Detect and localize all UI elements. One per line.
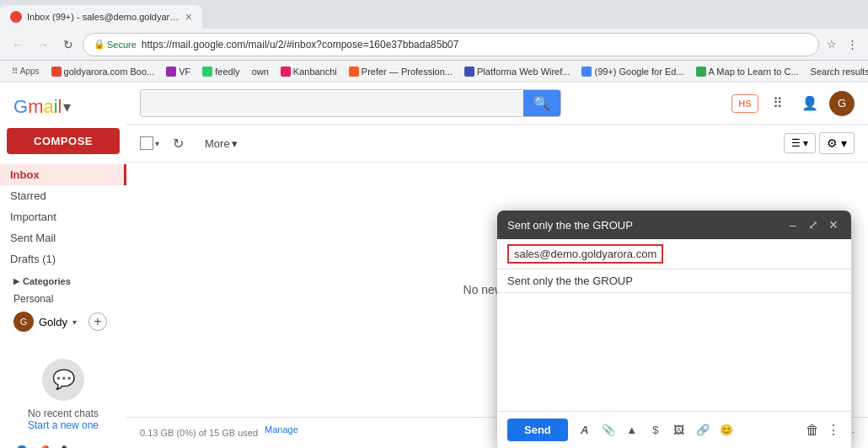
- gmail-logo: Gmail ▾: [0, 89, 126, 128]
- settings-button[interactable]: ⚙ ▾: [819, 132, 855, 154]
- search-bar[interactable]: 🔍: [140, 89, 561, 117]
- compose-minimize-button[interactable]: –: [785, 217, 801, 232]
- send-button[interactable]: Send: [507, 419, 568, 441]
- layout-dropdown-icon: ▾: [803, 137, 808, 149]
- sidebar-item-starred[interactable]: Starred: [0, 185, 126, 206]
- chat-icon: 💬: [42, 359, 84, 401]
- insert-money-button[interactable]: $: [646, 420, 666, 440]
- start-new-chat-link[interactable]: Start a new one: [28, 419, 99, 431]
- contacts-icon[interactable]: 👤: [13, 445, 30, 448]
- settings-dropdown-icon: ▾: [841, 136, 847, 150]
- sidebar-item-drafts[interactable]: Drafts (1): [0, 248, 126, 269]
- phone-icon[interactable]: 📞: [61, 445, 78, 448]
- compose-footer: Send A 📎 ▲ $ 🖼 🔗 😊 🗑 ⋮: [497, 411, 851, 448]
- tab-favicon: [10, 11, 22, 23]
- bookmark-prefer[interactable]: Prefer — Profession...: [344, 65, 458, 78]
- tab-title: Inbox (99+) - sales@demo.goldyarora.c...: [27, 12, 180, 22]
- insert-drive-button[interactable]: ▲: [622, 420, 642, 440]
- compose-button[interactable]: COMPOSE: [7, 128, 120, 154]
- bookmark-goldyarora[interactable]: goldyarora.com Boo...: [46, 65, 160, 78]
- bookmark-vf[interactable]: VF: [161, 65, 196, 78]
- sidebar-item-inbox[interactable]: Inbox: [0, 164, 126, 185]
- bookmark-apps[interactable]: ⠿ Apps: [7, 65, 45, 77]
- compose-header[interactable]: Sent only the the GROUP – ⤢ ×: [497, 211, 851, 239]
- active-tab[interactable]: Inbox (99+) - sales@demo.goldyarora.c...…: [0, 5, 202, 29]
- compose-delete-button[interactable]: 🗑: [806, 423, 819, 438]
- bookmark-map[interactable]: A Map to Learn to C...: [691, 65, 804, 78]
- hubspot-icon[interactable]: HS: [731, 94, 758, 113]
- compose-body[interactable]: [497, 293, 851, 411]
- sidebar-item-important[interactable]: Important: [0, 206, 126, 227]
- sidebar: Gmail ▾ COMPOSE Inbox Starred Important …: [0, 83, 126, 448]
- back-button[interactable]: ←: [7, 34, 29, 56]
- compose-subject-field[interactable]: Sent only the the GROUP: [497, 269, 851, 293]
- bookmark-google-ed[interactable]: (99+) Google for Ed...: [576, 65, 689, 78]
- more-label: More: [205, 137, 230, 150]
- refresh-button[interactable]: ↻: [166, 131, 190, 155]
- account-avatar: G: [13, 312, 34, 332]
- starred-label: Starred: [10, 189, 46, 202]
- address-bar[interactable]: 🔒 Secure https://mail.google.com/mail/u/…: [83, 33, 819, 56]
- sidebar-item-sent[interactable]: Sent Mail: [0, 227, 126, 248]
- settings-icon: ⚙: [827, 136, 838, 150]
- user-avatar[interactable]: G: [829, 91, 855, 116]
- secure-badge: 🔒 Secure: [94, 39, 137, 50]
- gmail-dropdown-icon[interactable]: ▾: [63, 98, 71, 116]
- sidebar-personal-label: Personal: [0, 290, 126, 308]
- forward-button[interactable]: →: [32, 34, 54, 56]
- compose-dialog: Sent only the the GROUP – ⤢ × sales@demo…: [497, 211, 851, 448]
- compose-close-button[interactable]: ×: [826, 217, 841, 232]
- more-dropdown-icon: ▾: [232, 137, 238, 150]
- compose-to-address[interactable]: sales@demo.goldyarora.com: [507, 244, 663, 264]
- account-icon[interactable]: 👤: [797, 91, 822, 116]
- tab-close-icon[interactable]: ×: [185, 10, 192, 24]
- bookmark-search[interactable]: Search results for 'to...': [806, 65, 868, 78]
- select-all-checkbox[interactable]: [140, 136, 153, 150]
- bookmark-kanbanchi[interactable]: Kanbanchi: [276, 65, 342, 78]
- bookmark-own[interactable]: own: [247, 65, 274, 78]
- bookmark-feedly[interactable]: feedly: [197, 65, 244, 78]
- inbox-label: Inbox: [10, 168, 40, 181]
- bookmarks-bar: ⠿ Apps goldyarora.com Boo... VF feedly o…: [0, 61, 868, 83]
- more-button[interactable]: More ▾: [196, 134, 246, 153]
- sidebar-account[interactable]: G Goldy ▾ +: [0, 308, 126, 335]
- chat-section: 💬 No recent chats Start a new one: [0, 352, 126, 438]
- search-button[interactable]: 🔍: [523, 90, 560, 116]
- sidebar-nav: Inbox Starred Important Sent Mail Drafts…: [0, 164, 126, 269]
- format-text-button[interactable]: A: [575, 420, 595, 440]
- google-apps-icon[interactable]: ⠿: [765, 91, 790, 116]
- compose-format-buttons: A 📎 ▲ $ 🖼 🔗 😊: [575, 420, 799, 440]
- compose-expand-button[interactable]: ⤢: [806, 217, 821, 232]
- header-right: HS ⠿ 👤 G: [731, 91, 855, 116]
- compose-more-options-button[interactable]: ⋮: [826, 423, 841, 438]
- sent-label: Sent Mail: [10, 232, 56, 244]
- star-icon[interactable]: ☆: [822, 35, 841, 54]
- sidebar-categories[interactable]: Categories: [0, 269, 126, 290]
- bookmark-platforma[interactable]: Platforma Web Wiref...: [459, 65, 575, 78]
- no-recent-chats-text: No recent chats: [28, 408, 99, 419]
- footer-manage-link[interactable]: Manage: [265, 424, 298, 441]
- gmail-container: Gmail ▾ COMPOSE Inbox Starred Important …: [0, 83, 868, 448]
- search-input[interactable]: [141, 92, 523, 115]
- menu-icon[interactable]: ⋮: [843, 35, 861, 54]
- insert-link-button[interactable]: 🔗: [693, 420, 713, 440]
- browser-tabs: Inbox (99+) - sales@demo.goldyarora.c...…: [0, 0, 868, 29]
- sidebar-bottom-icons: 👤 📍 📞: [0, 438, 126, 448]
- insert-emoji-button[interactable]: 😊: [716, 420, 737, 440]
- inbox-layout-button[interactable]: ☰ ▾: [784, 133, 816, 153]
- important-label: Important: [10, 211, 56, 223]
- compose-title: Sent only the the GROUP: [507, 219, 785, 232]
- account-name: Goldy: [39, 316, 67, 328]
- attach-file-button[interactable]: 📎: [598, 420, 619, 440]
- add-account-button[interactable]: +: [88, 312, 107, 331]
- nav-right-icons: ☆ ⋮: [822, 35, 861, 54]
- categories-label: Categories: [23, 276, 71, 286]
- location-icon[interactable]: 📍: [37, 445, 54, 448]
- toolbar-right: ☰ ▾ ⚙ ▾: [784, 132, 855, 154]
- insert-photo-button[interactable]: 🖼: [669, 420, 689, 440]
- storage-info: 0.13 GB (0%) of 15 GB used: [140, 424, 258, 441]
- account-dropdown-icon[interactable]: ▾: [72, 317, 77, 327]
- select-dropdown-icon[interactable]: ▾: [155, 139, 159, 148]
- url-text: https://mail.google.com/mail/u/2/#inbox?…: [142, 39, 808, 51]
- reload-button[interactable]: ↻: [57, 34, 79, 56]
